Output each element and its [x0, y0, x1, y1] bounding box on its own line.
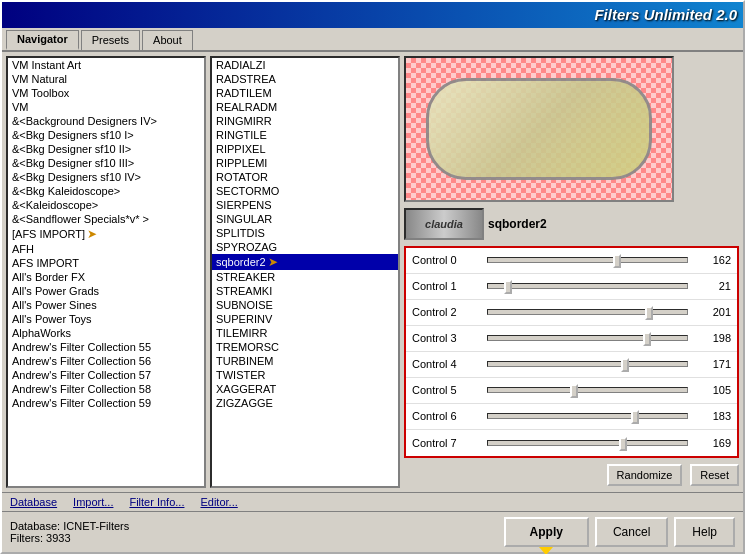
list-item[interactable]: AFH [8, 242, 204, 256]
list-item[interactable]: RADIALZI [212, 58, 398, 72]
list-item[interactable]: RADTILEM [212, 86, 398, 100]
list-item[interactable]: ROTATOR [212, 170, 398, 184]
filters-label: Filters: [10, 532, 43, 544]
cancel-button[interactable]: Cancel [595, 517, 668, 547]
control-label: Control 6 [412, 410, 479, 422]
slider-thumb[interactable] [613, 254, 621, 268]
control-slider[interactable] [487, 331, 688, 345]
apply-arrow-indicator [539, 547, 553, 554]
list-item[interactable]: All's Power Grads [8, 284, 204, 298]
slider-thumb[interactable] [619, 437, 627, 451]
list-item[interactable]: RADSTREA [212, 72, 398, 86]
list-item[interactable]: RIPPLEMI [212, 156, 398, 170]
list-item[interactable]: Andrew's Filter Collection 59 [8, 396, 204, 410]
preview-shape [426, 78, 652, 180]
control-slider[interactable] [487, 383, 688, 397]
list-item[interactable]: SIERPENS [212, 198, 398, 212]
slider-thumb[interactable] [570, 384, 578, 398]
tab-presets[interactable]: Presets [81, 30, 140, 50]
list-item[interactable]: &<Bkg Designer sf10 II> [8, 142, 204, 156]
filter-list[interactable]: RADIALZIRADSTREARADTILEMREALRADMRINGMIRR… [210, 56, 400, 488]
list-item[interactable]: VM Instant Art [8, 58, 204, 72]
list-item[interactable]: RIPPIXEL [212, 142, 398, 156]
preview-area [404, 56, 674, 202]
slider-thumb[interactable] [621, 358, 629, 372]
slider-thumb[interactable] [643, 332, 651, 346]
control-slider[interactable] [487, 409, 688, 423]
control-slider[interactable] [487, 253, 688, 267]
left-list-wrapper: VM Instant ArtVM NaturalVM ToolboxVM&<Ba… [6, 56, 206, 488]
list-item[interactable]: All's Border FX [8, 270, 204, 284]
list-item[interactable]: sqborder2 ➤ [212, 254, 398, 270]
list-item[interactable]: &<Kaleidoscope> [8, 198, 204, 212]
list-item[interactable]: AlphaWorks [8, 326, 204, 340]
control-label: Control 1 [412, 280, 479, 292]
list-item[interactable]: Andrew's Filter Collection 56 [8, 354, 204, 368]
list-item[interactable]: VM [8, 100, 204, 114]
filter-info-button[interactable]: Filter Info... [129, 496, 184, 508]
list-item[interactable]: TREMORSC [212, 340, 398, 354]
list-item[interactable]: ZIGZAGGE [212, 396, 398, 410]
randomize-button[interactable]: Randomize [607, 464, 683, 486]
list-item[interactable]: SINGULAR [212, 212, 398, 226]
slider-thumb[interactable] [645, 306, 653, 320]
list-item[interactable]: TURBINEM [212, 354, 398, 368]
help-button[interactable]: Help [674, 517, 735, 547]
list-item[interactable]: STREAKER [212, 270, 398, 284]
list-item[interactable]: SUBNOISE [212, 298, 398, 312]
reset-button[interactable]: Reset [690, 464, 739, 486]
app-window: Filters Unlimited 2.0 Navigator Presets … [0, 0, 745, 554]
list-item[interactable]: TWISTER [212, 368, 398, 382]
control-value: 198 [696, 332, 731, 344]
list-item[interactable]: SPYROZAG [212, 240, 398, 254]
control-value: 183 [696, 410, 731, 422]
database-button[interactable]: Database [10, 496, 57, 508]
control-slider[interactable] [487, 357, 688, 371]
link-buttons-row: Database Import... Filter Info... Editor… [2, 492, 743, 511]
list-item[interactable]: SECTORMO [212, 184, 398, 198]
list-item[interactable]: RINGTILE [212, 128, 398, 142]
list-item[interactable]: &<Background Designers IV> [8, 114, 204, 128]
control-value: 169 [696, 437, 731, 449]
tab-navigator[interactable]: Navigator [6, 30, 79, 50]
list-item[interactable]: Andrew's Filter Collection 55 [8, 340, 204, 354]
list-item[interactable]: &<Bkg Designers sf10 IV> [8, 170, 204, 184]
list-item[interactable]: &<Bkg Kaleidoscope> [8, 184, 204, 198]
list-item[interactable]: REALRADM [212, 100, 398, 114]
list-item[interactable]: All's Power Sines [8, 298, 204, 312]
control-slider[interactable] [487, 305, 688, 319]
app-title: Filters Unlimited 2.0 [594, 6, 737, 23]
slider-thumb[interactable] [631, 410, 639, 424]
category-list[interactable]: VM Instant ArtVM NaturalVM ToolboxVM&<Ba… [6, 56, 206, 488]
editor-button[interactable]: Editor... [200, 496, 237, 508]
slider-track [487, 309, 688, 315]
apply-button[interactable]: Apply [504, 517, 589, 547]
list-item[interactable]: SPLITDIS [212, 226, 398, 240]
list-item[interactable]: STREAMKI [212, 284, 398, 298]
list-item[interactable]: VM Toolbox [8, 86, 204, 100]
list-item[interactable]: [AFS IMPORT] ➤ [8, 226, 204, 242]
control-label: Control 0 [412, 254, 479, 266]
slider-thumb[interactable] [504, 280, 512, 294]
list-item[interactable]: XAGGERAT [212, 382, 398, 396]
list-item[interactable]: RINGMIRR [212, 114, 398, 128]
list-item[interactable]: Andrew's Filter Collection 58 [8, 382, 204, 396]
list-item[interactable]: &<Bkg Designers sf10 I> [8, 128, 204, 142]
control-slider[interactable] [487, 279, 688, 293]
control-slider[interactable] [487, 436, 688, 450]
bottom-buttons-area: Randomize Reset [404, 462, 739, 488]
list-item[interactable]: Andrew's Filter Collection 57 [8, 368, 204, 382]
control-row: Control 3198 [406, 326, 737, 352]
list-item[interactable]: TILEMIRR [212, 326, 398, 340]
tab-about[interactable]: About [142, 30, 193, 50]
list-item[interactable]: VM Natural [8, 72, 204, 86]
import-button[interactable]: Import... [73, 496, 113, 508]
list-item[interactable]: AFS IMPORT [8, 256, 204, 270]
list-item[interactable]: All's Power Toys [8, 312, 204, 326]
checkerboard-bg [406, 58, 672, 200]
list-item[interactable]: &<Bkg Designer sf10 III> [8, 156, 204, 170]
control-row: Control 5105 [406, 378, 737, 404]
title-bar: Filters Unlimited 2.0 [2, 2, 743, 28]
list-item[interactable]: SUPERINV [212, 312, 398, 326]
list-item[interactable]: &<Sandflower Specials*v* > [8, 212, 204, 226]
